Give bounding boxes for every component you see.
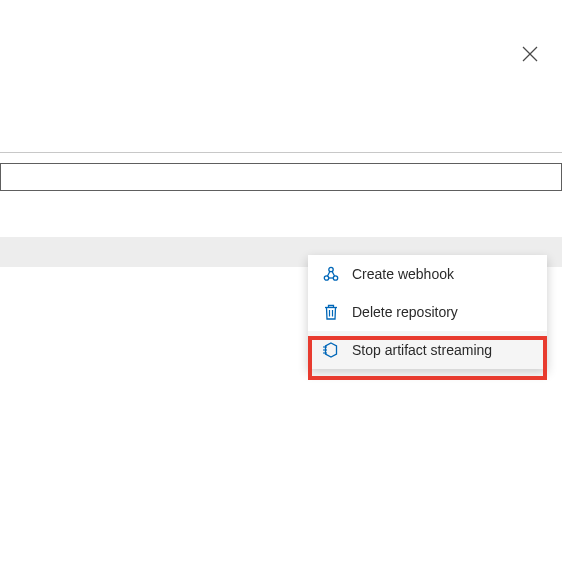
menu-item-delete-repository[interactable]: Delete repository bbox=[308, 293, 547, 331]
menu-item-label: Delete repository bbox=[352, 304, 458, 320]
trash-icon bbox=[322, 303, 340, 321]
svg-point-4 bbox=[333, 276, 337, 280]
context-menu: Create webhook Delete repository Stop ar… bbox=[308, 255, 547, 369]
text-input[interactable] bbox=[0, 163, 562, 191]
menu-item-label: Create webhook bbox=[352, 266, 454, 282]
close-button[interactable] bbox=[520, 45, 540, 65]
divider bbox=[0, 152, 562, 153]
svg-point-3 bbox=[324, 276, 328, 280]
menu-item-stop-artifact-streaming[interactable]: Stop artifact streaming bbox=[308, 331, 547, 369]
menu-item-create-webhook[interactable]: Create webhook bbox=[308, 255, 547, 293]
menu-item-label: Stop artifact streaming bbox=[352, 342, 492, 358]
stop-streaming-icon bbox=[322, 341, 340, 359]
webhook-icon bbox=[322, 265, 340, 283]
close-icon bbox=[522, 46, 538, 65]
